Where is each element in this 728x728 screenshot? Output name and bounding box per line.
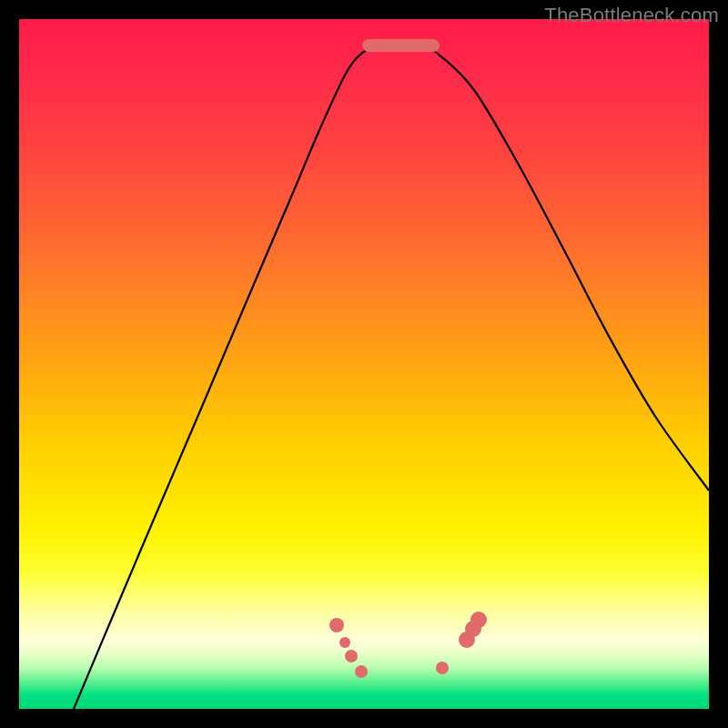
plot-area [19, 19, 709, 709]
left-dot-3 [345, 650, 358, 662]
right-dot-1 [436, 662, 449, 674]
bottleneck-curve [74, 44, 709, 709]
right-cap-3 [470, 612, 487, 628]
marker-group [329, 612, 487, 678]
watermark-text: TheBottleneck.com [544, 4, 719, 27]
chart-svg [19, 19, 709, 709]
left-dot-2 [339, 637, 350, 648]
left-dot-1 [329, 618, 344, 632]
left-dot-4 [355, 665, 368, 678]
